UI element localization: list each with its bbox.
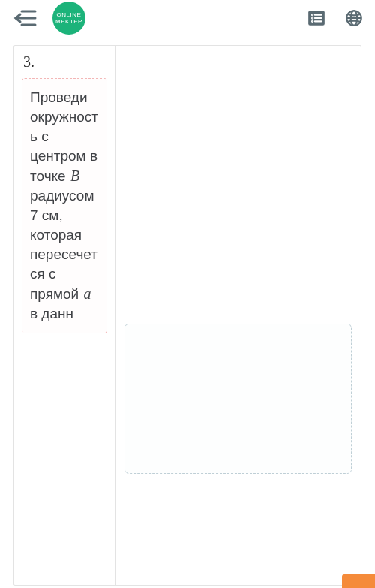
exercise-card: 3. Проведи окружность с центром в точке … xyxy=(14,45,362,586)
app-header: ONLINE MEKTEP xyxy=(0,0,375,36)
globe-icon xyxy=(344,8,364,28)
math-var-a: a xyxy=(82,285,92,302)
task-text-part1: Проведи окружность с центром в точке xyxy=(30,89,98,184)
list-view-button[interactable] xyxy=(304,6,328,30)
content-area: 3. Проведи окружность с центром в точке … xyxy=(0,36,375,586)
help-button-peek[interactable] xyxy=(342,574,375,588)
svg-point-6 xyxy=(312,17,313,18)
svg-point-4 xyxy=(312,14,313,15)
svg-point-8 xyxy=(312,21,313,22)
task-text-part3: в данн xyxy=(30,306,74,321)
task-text-box: Проведи окружность с центром в точке B р… xyxy=(22,78,107,333)
menu-collapse-icon xyxy=(13,7,38,29)
list-icon xyxy=(307,8,326,28)
answer-column xyxy=(116,46,361,585)
task-text: Проведи окружность с центром в точке B р… xyxy=(30,88,99,324)
math-var-b: B xyxy=(70,167,80,184)
drawing-canvas[interactable] xyxy=(124,324,352,474)
logo-text-line2: MEKTEP xyxy=(56,18,82,25)
menu-toggle-button[interactable] xyxy=(12,5,39,32)
logo-text-line1: ONLINE xyxy=(57,11,82,18)
app-logo: ONLINE MEKTEP xyxy=(52,2,86,35)
question-column: 3. Проведи окружность с центром в точке … xyxy=(14,46,116,585)
language-button[interactable] xyxy=(342,6,366,30)
question-number: 3. xyxy=(23,53,107,71)
